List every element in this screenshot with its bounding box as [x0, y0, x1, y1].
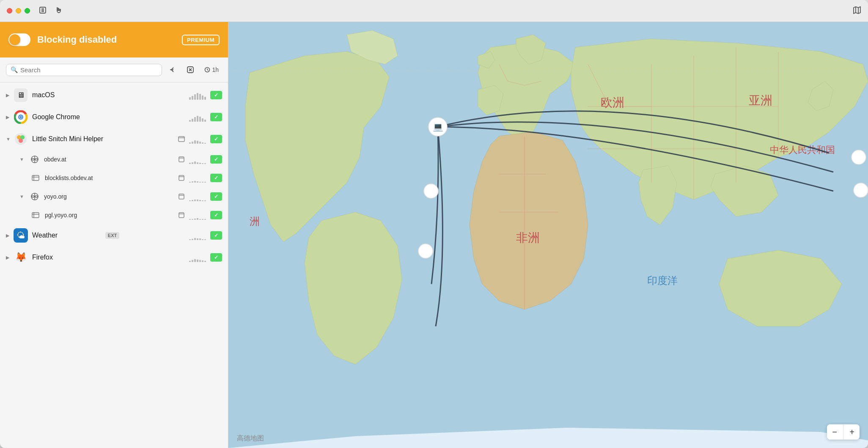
enabled-badge-blocklists: ✓ — [210, 174, 222, 182]
time-label: 1h — [212, 66, 219, 73]
domain-name-obdev: obdev.at — [44, 156, 177, 163]
clear-button[interactable] — [183, 63, 198, 77]
window-icon-obdev — [177, 155, 186, 164]
app-row-firefox[interactable]: ▶ 🦊 Firefox ✓ — [0, 246, 228, 268]
app-name-snitch: Little Snitch Mini Helper — [32, 135, 177, 143]
premium-badge[interactable]: PREMIUM — [182, 35, 220, 45]
bar-chart-snitch — [189, 134, 206, 144]
hand-icon[interactable] — [54, 6, 62, 16]
chevron-right-icon: ▶ — [6, 93, 14, 98]
zoom-in-button[interactable]: + — [844, 424, 860, 440]
time-filter-button[interactable]: 1h — [201, 65, 222, 75]
list-icon[interactable] — [38, 6, 47, 16]
window-icon-yoyo — [177, 192, 186, 201]
app-icon-chrome — [14, 110, 28, 124]
zoom-divider — [843, 424, 843, 440]
app-row-macos[interactable]: ▶ 🖥 macOS — [0, 84, 228, 106]
svg-point-71 — [852, 150, 866, 164]
bar-chart-pgl — [189, 210, 206, 220]
app-window: Blocking disabled PREMIUM 🔍 — [0, 0, 868, 448]
bar-chart-blocklists — [189, 173, 206, 183]
window-icon-blocklists — [177, 174, 186, 182]
minimize-button[interactable] — [16, 8, 21, 14]
svg-text:亚洲: 亚洲 — [749, 94, 772, 107]
map-icon[interactable] — [853, 8, 861, 16]
svg-marker-4 — [854, 7, 860, 14]
enabled-badge-yoyo: ✓ — [210, 192, 222, 201]
blocking-banner[interactable]: Blocking disabled PREMIUM — [0, 22, 228, 57]
sub-row-yoyo[interactable]: ▼ yoyo.org — [0, 187, 228, 206]
svg-rect-30 — [32, 175, 39, 180]
world-map: 欧洲 亚洲 非洲 中华人民共和国 印度洋 高德地图 洲 — [228, 22, 868, 448]
svg-text:洲: 洲 — [250, 216, 260, 227]
svg-point-70 — [418, 244, 433, 258]
window-icon — [177, 135, 186, 143]
svg-rect-37 — [179, 194, 184, 199]
enabled-badge-weather: ✓ — [210, 231, 222, 240]
svg-text:🖥: 🖥 — [17, 91, 25, 99]
app-list: ▶ 🖥 macOS — [0, 82, 228, 448]
app-name-weather: Weather — [32, 232, 102, 239]
app-icon-firefox: 🦊 — [14, 250, 28, 265]
chevron-right-icon: ▶ — [6, 255, 14, 260]
bar-chart-weather — [189, 231, 206, 240]
zoom-out-button[interactable]: − — [827, 424, 842, 440]
ext-badge-weather: EXT — [105, 232, 119, 239]
enabled-badge-chrome: ✓ — [210, 113, 222, 121]
app-name-chrome: Google Chrome — [32, 113, 189, 121]
bar-chart-chrome — [189, 112, 206, 122]
sub-row-obdev[interactable]: ▼ obdev.at — [0, 150, 228, 169]
chevron-right-icon: ▶ — [6, 233, 14, 238]
bar-chart-macos — [189, 90, 206, 100]
svg-rect-33 — [179, 175, 184, 180]
blocking-toggle[interactable] — [8, 33, 30, 46]
traffic-lights — [7, 8, 30, 14]
window-icon-pgl — [177, 211, 186, 219]
svg-rect-39 — [32, 213, 39, 218]
app-name-macos: macOS — [32, 91, 189, 99]
bar-chart-obdev — [189, 155, 206, 164]
app-row-chrome[interactable]: ▶ Googl — [0, 106, 228, 128]
svg-point-72 — [854, 183, 868, 197]
back-arrow-button[interactable] — [165, 63, 180, 77]
svg-text:💻: 💻 — [433, 122, 443, 132]
chevron-down-icon: ▼ — [19, 194, 27, 199]
sidebar: Blocking disabled PREMIUM 🔍 — [0, 22, 228, 448]
sub-row-blocklists[interactable]: blocklists.obdev.at — [0, 169, 228, 187]
titlebar-right — [853, 6, 861, 16]
svg-text:高德地图: 高德地图 — [237, 434, 264, 442]
app-icon-snitch — [14, 132, 28, 146]
svg-text:欧洲: 欧洲 — [601, 96, 624, 109]
search-bar: 🔍 — [0, 57, 228, 82]
map-area: 欧洲 亚洲 非洲 中华人民共和国 印度洋 高德地图 洲 — [228, 22, 868, 448]
titlebar-icons — [38, 6, 62, 16]
app-icon-weather: 🌤 — [14, 228, 28, 243]
domain-name-blocklists: blocklists.obdev.at — [45, 175, 177, 181]
app-row-snitch[interactable]: ▼ Little Snitch Mini Helper — [0, 128, 228, 150]
enabled-badge-obdev: ✓ — [210, 155, 222, 164]
app-name-firefox: Firefox — [32, 254, 189, 261]
svg-rect-24 — [179, 137, 184, 142]
svg-text:非洲: 非洲 — [516, 231, 540, 244]
bar-chart-firefox — [189, 253, 206, 262]
blocking-text: Blocking disabled — [37, 34, 175, 45]
titlebar — [0, 0, 868, 22]
svg-line-12 — [207, 70, 209, 71]
app-row-weather[interactable]: ▶ 🌤 Weather EXT ✓ — [0, 224, 228, 246]
search-input-wrap: 🔍 — [6, 64, 162, 76]
sub-row-pgl[interactable]: pgl.yoyo.org — [0, 206, 228, 224]
domain-icon-obdev — [30, 154, 40, 164]
main-content: Blocking disabled PREMIUM 🔍 — [0, 22, 868, 448]
enabled-badge-macos: ✓ — [210, 91, 222, 99]
svg-text:印度洋: 印度洋 — [647, 275, 678, 286]
enabled-badge-firefox: ✓ — [210, 253, 222, 262]
domain-icon-pgl — [30, 210, 41, 220]
close-button[interactable] — [7, 8, 12, 14]
search-input[interactable] — [20, 66, 157, 74]
maximize-button[interactable] — [25, 8, 30, 14]
svg-point-69 — [424, 184, 438, 198]
svg-rect-42 — [179, 213, 184, 218]
enabled-badge-snitch: ✓ — [210, 135, 222, 143]
chevron-down-icon: ▼ — [6, 137, 14, 142]
chevron-down-icon: ▼ — [19, 157, 27, 162]
